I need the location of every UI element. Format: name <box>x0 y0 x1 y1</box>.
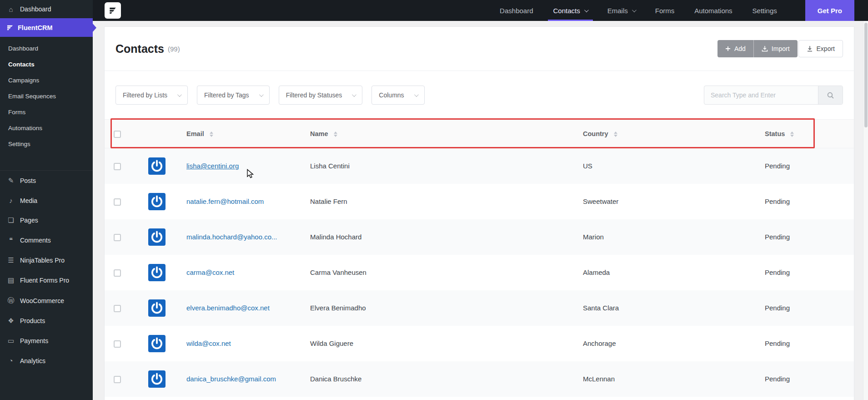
contact-avatar-icon[interactable] <box>148 264 166 281</box>
row-checkbox[interactable] <box>114 269 121 277</box>
sidebar-item-products[interactable]: ❖Products <box>0 311 93 331</box>
row-checkbox[interactable] <box>114 163 121 170</box>
contact-status: Pending <box>760 255 854 290</box>
contact-email-link[interactable]: danica_bruschke@gmail.com <box>186 375 276 383</box>
add-button[interactable]: Add <box>717 40 753 57</box>
nav-item-automations[interactable]: Automations <box>684 0 742 21</box>
sidebar-item-contacts[interactable]: Contacts <box>0 56 93 72</box>
sidebar-item-settings[interactable]: Settings <box>0 136 93 152</box>
sort-icon <box>334 132 337 137</box>
contact-country: McLennan <box>578 361 760 397</box>
contact-status: Pending <box>760 219 854 255</box>
sidebar-item-dashboard[interactable]: Dashboard <box>0 41 93 56</box>
sidebar-item-label: Fluent Forms Pro <box>20 277 69 284</box>
sidebar-item-fluentcrm[interactable]: FluentCRM <box>0 18 93 37</box>
analytics-icon: ◔ <box>6 357 15 365</box>
sidebar-item-analytics[interactable]: ◔Analytics <box>0 351 93 370</box>
chevron-down-icon <box>584 8 589 12</box>
chevron-down-icon <box>177 92 182 97</box>
nav-item-forms[interactable]: Forms <box>645 0 685 21</box>
sidebar-item-forms[interactable]: Forms <box>0 104 93 120</box>
main-column: DashboardContactsEmailsFormsAutomationsS… <box>93 0 868 400</box>
column-label: Name <box>310 130 328 137</box>
ninjatables-icon: ☰ <box>6 256 15 264</box>
filter-lists-label: Filtered by Lists <box>123 91 167 99</box>
row-checkbox[interactable] <box>114 340 121 348</box>
get-pro-button[interactable]: Get Pro <box>805 0 854 21</box>
fluentcrm-icon <box>6 24 14 31</box>
wp-menu: ✎Posts♪Media❏Pages❝Comments☰NinjaTables … <box>0 170 93 370</box>
fluentcrm-logo[interactable] <box>105 2 121 19</box>
sidebar-item-label: Posts <box>20 177 36 184</box>
filter-statuses-dropdown[interactable]: Filtered by Statuses <box>279 86 363 105</box>
sidebar-item-media[interactable]: ♪Media <box>0 191 93 210</box>
sidebar-item-automations[interactable]: Automations <box>0 120 93 136</box>
contact-avatar-icon[interactable] <box>148 299 166 317</box>
columns-dropdown[interactable]: Columns <box>371 86 424 105</box>
contact-email-link[interactable]: malinda.hochard@yahoo.co... <box>186 233 277 241</box>
filter-lists-dropdown[interactable]: Filtered by Lists <box>115 86 188 105</box>
contact-avatar-icon[interactable] <box>148 193 166 210</box>
sidebar-item-label: Payments <box>20 337 48 344</box>
header-actions: Add Import <box>717 40 843 57</box>
nav-item-emails[interactable]: Emails <box>597 0 645 21</box>
nav-item-dashboard[interactable]: Dashboard <box>490 0 543 21</box>
export-button[interactable]: Export <box>798 40 843 57</box>
contacts-table-body: lisha@centini.orgLisha CentiniUSPendingn… <box>105 148 854 397</box>
row-checkbox[interactable] <box>114 234 121 241</box>
products-icon: ❖ <box>6 317 15 325</box>
sidebar-item-email-sequences[interactable]: Email Sequences <box>0 88 93 104</box>
import-button-label: Import <box>772 45 790 52</box>
chevron-down-icon <box>259 92 264 97</box>
column-header-name[interactable]: Name <box>306 120 578 148</box>
column-label: Email <box>186 130 204 137</box>
sidebar-item-pages[interactable]: ❏Pages <box>0 210 93 230</box>
sidebar-item-campaigns[interactable]: Campaigns <box>0 72 93 88</box>
scrollbar-thumb[interactable] <box>864 23 868 127</box>
search-button[interactable] <box>818 86 843 104</box>
sidebar-item-comments[interactable]: ❝Comments <box>0 230 93 250</box>
filter-statuses-label: Filtered by Statuses <box>286 91 342 99</box>
contact-name: Carma Vanheusen <box>306 255 578 290</box>
sidebar-item-label: Analytics <box>20 357 45 365</box>
search-input[interactable] <box>704 86 818 104</box>
filter-tags-dropdown[interactable]: Filtered by Tags <box>197 86 270 105</box>
content-area: Contacts (99) Add <box>93 21 868 400</box>
column-header-country[interactable]: Country <box>578 120 760 148</box>
contact-name: Elvera Benimadho <box>306 290 578 326</box>
contact-avatar-icon[interactable] <box>148 228 166 246</box>
search-box <box>704 86 843 105</box>
contact-email-link[interactable]: lisha@centini.org <box>186 162 239 170</box>
sidebar-item-payments[interactable]: ▭Payments <box>0 331 93 351</box>
sidebar-item-woocommerce[interactable]: ⓌWooCommerce <box>0 290 93 311</box>
sidebar-item-posts[interactable]: ✎Posts <box>0 171 93 191</box>
row-checkbox[interactable] <box>114 198 121 206</box>
dashboard-icon: ⌂ <box>6 5 15 13</box>
nav-item-settings[interactable]: Settings <box>743 0 787 21</box>
sidebar-item-label: Comments <box>20 237 51 244</box>
sidebar-item-label: Pages <box>20 217 38 224</box>
contact-row: carma@cox.netCarma VanheusenAlamedaPendi… <box>105 255 854 290</box>
app-root: ⌂ Dashboard FluentCRM DashboardContactsC… <box>0 0 868 400</box>
column-header-status[interactable]: Status <box>760 120 854 148</box>
contact-avatar-icon[interactable] <box>148 157 166 175</box>
row-checkbox[interactable] <box>114 376 121 383</box>
sidebar-item-wp-dashboard[interactable]: ⌂ Dashboard <box>0 0 93 18</box>
select-all-checkbox[interactable] <box>114 131 121 138</box>
fluentcrm-submenu: DashboardContactsCampaignsEmail Sequence… <box>0 41 93 158</box>
nav-item-contacts[interactable]: Contacts <box>543 0 597 21</box>
page-scrollbar[interactable] <box>863 21 868 400</box>
contact-email-link[interactable]: elvera.benimadho@cox.net <box>186 304 270 312</box>
contact-email-link[interactable]: carma@cox.net <box>186 268 234 276</box>
chevron-down-icon <box>632 8 637 12</box>
contact-email-link[interactable]: wilda@cox.net <box>186 339 231 347</box>
row-checkbox[interactable] <box>114 305 121 312</box>
contact-avatar-icon[interactable] <box>148 370 166 388</box>
sidebar-item-fluent-forms-pro[interactable]: ▤Fluent Forms Pro <box>0 270 93 290</box>
column-header-email[interactable]: Email <box>182 120 306 148</box>
contact-email-link[interactable]: natalie.fern@hotmail.com <box>186 197 264 205</box>
sidebar-item-ninjatables-pro[interactable]: ☰NinjaTables Pro <box>0 250 93 270</box>
sort-icon <box>614 132 617 137</box>
import-button[interactable]: Import <box>753 40 798 57</box>
contact-avatar-icon[interactable] <box>148 335 166 352</box>
